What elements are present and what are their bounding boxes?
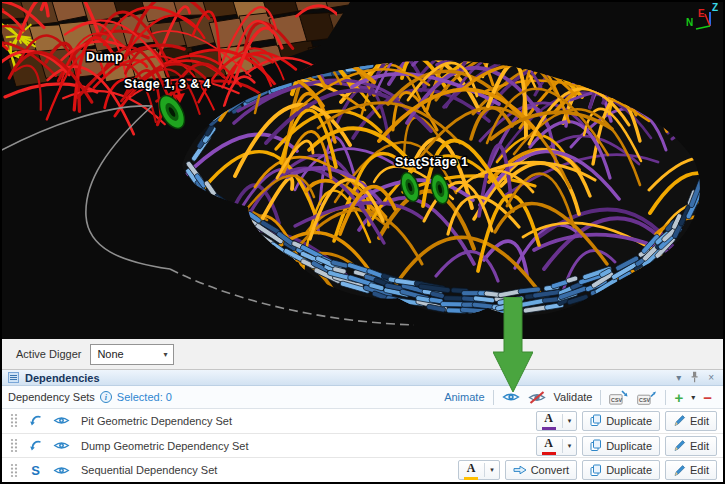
dependency-sets-label: Dependency Sets: [8, 391, 95, 403]
dump-label: Dump: [86, 50, 123, 64]
window-dropdown-icon[interactable]: ▾: [676, 373, 681, 383]
pin-icon[interactable]: [690, 371, 699, 385]
edit-button[interactable]: Edit: [665, 436, 717, 456]
stage-134-label: Stage 1, 3 & 4: [124, 77, 211, 91]
dependency-set-name: Sequential Dependency Set: [81, 464, 217, 476]
active-digger-value: None: [97, 348, 123, 360]
show-all-button[interactable]: [502, 391, 520, 403]
dependencies-panel: Dependencies ▾ × Dependency Sets i Selec…: [2, 370, 723, 482]
animate-button[interactable]: Animate: [444, 391, 484, 403]
hide-all-button[interactable]: [528, 391, 546, 404]
caret-down-icon: ▾: [562, 439, 572, 453]
eye-icon: [502, 391, 520, 403]
pencil-icon: [673, 414, 686, 427]
color-picker-button[interactable]: A ▾: [536, 411, 578, 431]
caret-down-icon: ▾: [163, 350, 167, 359]
separator: [600, 390, 601, 405]
color-picker-button[interactable]: A ▾: [536, 436, 578, 456]
dependency-row: S Sequential Dependency Set A ▾ Convert: [2, 457, 723, 482]
geometric-dependency-icon: [27, 439, 44, 452]
eye-slash-icon: [528, 391, 546, 404]
convert-arrow-icon: [513, 465, 527, 475]
svg-text:Z: Z: [712, 2, 718, 13]
axis-triad-icon: Z E N: [686, 2, 718, 29]
svg-text:CSV: CSV: [611, 397, 622, 403]
dependency-set-list: Pit Geometric Dependency Set A ▾ Duplica…: [2, 409, 723, 482]
dependency-set-name: Dump Geometric Dependency Set: [81, 440, 249, 452]
drag-handle-icon[interactable]: [10, 413, 18, 428]
geometric-dependency-icon: [27, 414, 44, 427]
validate-button[interactable]: Validate: [554, 391, 593, 403]
drag-handle-icon[interactable]: [10, 438, 18, 453]
caret-down-icon: ▾: [484, 463, 494, 477]
dependency-row: Dump Geometric Dependency Set A ▾ Duplic…: [2, 433, 723, 458]
sequential-dependency-icon: S: [27, 463, 44, 478]
close-icon[interactable]: ×: [708, 373, 714, 383]
active-digger-select[interactable]: None ▾: [90, 344, 174, 365]
remove-button[interactable]: −: [703, 390, 712, 405]
selected-count: Selected: 0: [117, 391, 172, 403]
visibility-eye-icon[interactable]: [53, 440, 70, 451]
pencil-icon: [673, 464, 686, 477]
panel-title: Dependencies: [25, 372, 100, 384]
add-caret-icon[interactable]: ▾: [691, 393, 695, 402]
active-digger-label: Active Digger: [16, 348, 81, 360]
svg-text:N: N: [686, 17, 693, 28]
drag-handle-icon[interactable]: [10, 463, 18, 478]
visibility-eye-icon[interactable]: [53, 415, 70, 426]
3d-scene[interactable]: Dump Stage 1, 3 & 4 Stage 5 Stage 1 Z E …: [2, 2, 723, 339]
copy-icon: [590, 464, 602, 477]
copy-icon: [590, 414, 602, 427]
visibility-eye-icon[interactable]: [53, 465, 70, 476]
separator: [665, 390, 666, 405]
color-picker-button[interactable]: A ▾: [458, 460, 500, 480]
separator: [493, 390, 494, 405]
svg-text:CSV: CSV: [639, 397, 650, 403]
duplicate-button[interactable]: Duplicate: [582, 411, 660, 431]
csv-export-icon[interactable]: CSV: [637, 390, 657, 405]
panel-menu-icon: [8, 372, 19, 383]
duplicate-button[interactable]: Duplicate: [582, 460, 660, 480]
info-icon[interactable]: i: [100, 391, 112, 403]
edit-button[interactable]: Edit: [665, 411, 717, 431]
color-swatch: [464, 477, 478, 480]
caret-down-icon: ▾: [562, 414, 572, 428]
stage-1-label: Stage 1: [421, 155, 468, 169]
app-window: Dump Stage 1, 3 & 4 Stage 5 Stage 1 Z E …: [0, 0, 725, 484]
color-swatch: [542, 427, 556, 430]
svg-text:E: E: [698, 8, 705, 19]
dependency-sets-toolbar: Dependency Sets i Selected: 0 Animate: [2, 386, 723, 409]
panel-titlebar: Dependencies ▾ ×: [2, 370, 723, 386]
add-button[interactable]: +: [674, 390, 683, 405]
3d-viewport[interactable]: Dump Stage 1, 3 & 4 Stage 5 Stage 1 Z E …: [2, 2, 723, 339]
color-swatch: [542, 452, 556, 455]
dependency-set-name: Pit Geometric Dependency Set: [81, 415, 232, 427]
duplicate-button[interactable]: Duplicate: [582, 436, 660, 456]
copy-icon: [590, 439, 602, 452]
active-digger-bar: Active Digger None ▾: [2, 339, 723, 370]
pencil-icon: [673, 439, 686, 452]
edit-button[interactable]: Edit: [665, 460, 717, 480]
dependency-row: Pit Geometric Dependency Set A ▾ Duplica…: [2, 409, 723, 433]
convert-button[interactable]: Convert: [505, 460, 578, 480]
csv-import-icon[interactable]: CSV: [609, 390, 629, 405]
